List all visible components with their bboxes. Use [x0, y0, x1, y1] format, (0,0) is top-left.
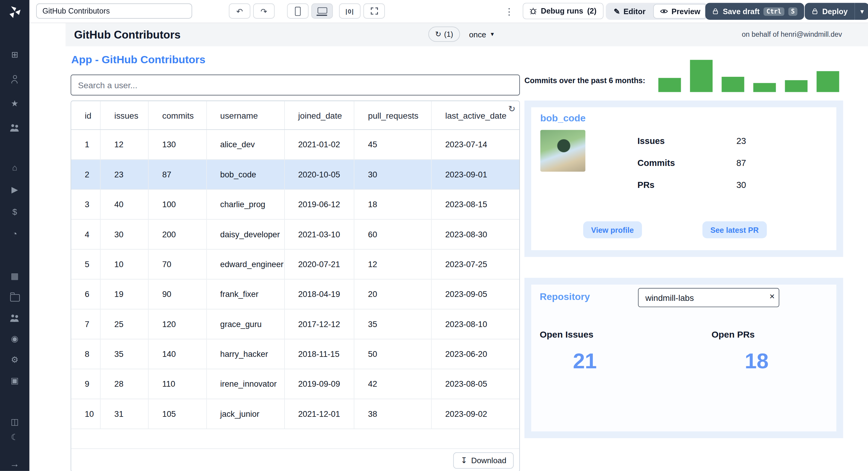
- pie-chart-icon[interactable]: ◔: [0, 223, 30, 244]
- table-row[interactable]: 725120grace_guru2017-12-12352023-08-10: [71, 309, 519, 339]
- table-refresh-button[interactable]: ↻: [508, 104, 516, 114]
- table-cell: 30: [354, 160, 431, 190]
- redo-button[interactable]: ↷: [253, 3, 275, 19]
- table-cell: irene_innovator: [207, 369, 284, 399]
- calculator-icon[interactable]: ⊞: [0, 42, 30, 67]
- team-icon[interactable]: [0, 307, 30, 328]
- table-cell: 7: [71, 309, 100, 339]
- repository-input[interactable]: [638, 288, 779, 307]
- robot-icon[interactable]: ▣: [0, 370, 30, 391]
- avatar: [540, 130, 586, 172]
- mobile-view-button[interactable]: [287, 3, 309, 19]
- folder-icon[interactable]: [0, 287, 30, 307]
- download-button[interactable]: ↧ Download: [453, 452, 514, 468]
- table-row[interactable]: 51070edward_engineer2020-07-21122023-07-…: [71, 249, 519, 279]
- table-row[interactable]: 835140harry_hacker2018-11-15502023-06-20: [71, 339, 519, 369]
- star-icon[interactable]: ★: [0, 91, 30, 115]
- table-row[interactable]: 22387bob_code2020-10-05302023-09-01: [71, 160, 519, 190]
- right-panel: Commits over the past 6 months: bob_code…: [524, 46, 843, 448]
- chart-bar: [721, 77, 744, 92]
- table-row[interactable]: 112130alice_dev2021-01-02452023-07-14: [71, 130, 519, 159]
- app-title-input[interactable]: [36, 3, 192, 19]
- user-icon[interactable]: [0, 67, 30, 91]
- table-cell: 130: [148, 130, 206, 159]
- stat-value: 23: [736, 136, 746, 146]
- user-icon: [10, 74, 19, 83]
- calendar-icon[interactable]: ▦: [0, 265, 30, 286]
- kbd-ctrl: Ctrl: [764, 7, 784, 15]
- gear-icon[interactable]: ⚙: [0, 349, 30, 370]
- deploy-button[interactable]: Deploy: [805, 3, 855, 20]
- schedule-value: once: [469, 30, 486, 38]
- user-card-username: bob_code: [540, 113, 586, 124]
- chart-title: Commits over the past 6 months:: [524, 76, 645, 85]
- collapse-sidebar-icon[interactable]: →: [0, 456, 30, 471]
- deploy-dropdown-button[interactable]: ▾: [855, 3, 868, 20]
- table-row[interactable]: 928110irene_innovator2019-09-09422023-08…: [71, 369, 519, 399]
- table-cell: 2023-06-20: [431, 339, 519, 369]
- table-cell: 2023-08-15: [431, 190, 519, 219]
- view-profile-button[interactable]: View profile: [583, 221, 642, 238]
- redo-icon: ↷: [261, 7, 267, 16]
- commits-bar-chart: [658, 59, 840, 92]
- users-icon[interactable]: [0, 115, 30, 140]
- app-refresh-button[interactable]: ↻ (1): [428, 27, 460, 42]
- windmill-logo-icon[interactable]: [0, 4, 30, 19]
- table-cell: 40: [100, 190, 148, 219]
- layout-buttons: |0|: [339, 3, 385, 19]
- table-cell: 12: [100, 130, 148, 159]
- table-row[interactable]: 430200daisy_developer2021-03-10602023-08…: [71, 219, 519, 249]
- table-cell: 200: [148, 219, 206, 249]
- grid-align-button[interactable]: |0|: [339, 3, 361, 19]
- dollar-icon[interactable]: $: [0, 201, 30, 223]
- tab-editor[interactable]: ✎ Editor: [607, 4, 652, 19]
- fullscreen-button[interactable]: [364, 3, 385, 19]
- app-body: App - GitHub Contributors ↻ idissuescomm…: [66, 46, 868, 471]
- table-cell: 2019-06-12: [284, 190, 354, 219]
- table-empty-row: [71, 429, 519, 449]
- desktop-view-button[interactable]: [311, 3, 333, 19]
- app-preview: GitHub Contributors ↻ (1) once ▾ on beha…: [66, 23, 868, 471]
- chevron-down-icon: ▾: [861, 7, 864, 15]
- table-cell: 2021-01-02: [284, 130, 354, 159]
- table-cell: daisy_developer: [207, 219, 284, 249]
- dark-mode-icon[interactable]: ☾: [0, 429, 30, 444]
- debug-runs-button[interactable]: Debug runs (2): [523, 3, 603, 19]
- see-latest-pr-button[interactable]: See latest PR: [703, 221, 767, 238]
- chart-bar: [690, 60, 712, 92]
- chart-bar: [658, 78, 681, 92]
- eye-icon[interactable]: ◉: [0, 328, 30, 349]
- table-cell: 50: [354, 339, 431, 369]
- table-cell: 18: [354, 190, 431, 219]
- column-header-commits: commits: [148, 101, 206, 130]
- table-cell: 110: [148, 369, 206, 399]
- team-icon: [10, 313, 20, 322]
- table-header-row: idissuescommitsusernamejoined_datepull_r…: [71, 101, 519, 130]
- undo-button[interactable]: ↶: [229, 3, 250, 19]
- debug-runs-count: (2): [587, 7, 596, 15]
- repository-input-wrap: ×: [638, 288, 779, 307]
- table-cell: 105: [148, 399, 206, 429]
- expand-icon: [370, 7, 378, 14]
- save-draft-button[interactable]: Save draft CtrlS: [705, 3, 804, 20]
- column-header-issues: issues: [100, 101, 148, 130]
- clear-repository-button[interactable]: ×: [770, 292, 775, 302]
- column-header-id: id: [71, 101, 100, 130]
- docs-icon[interactable]: ◫: [0, 414, 30, 429]
- column-header-last_active_date: last_active_date: [431, 101, 519, 130]
- search-input[interactable]: [70, 75, 520, 96]
- tab-preview[interactable]: Preview: [653, 4, 707, 19]
- play-icon[interactable]: ▶: [0, 178, 30, 201]
- table-cell: 35: [100, 339, 148, 369]
- table-row[interactable]: 1031105jack_junior2021-12-01382023-09-02: [71, 399, 519, 429]
- home-icon[interactable]: ⌂: [0, 156, 30, 178]
- table-cell: 25: [100, 309, 148, 339]
- refresh-count: (1): [444, 30, 453, 38]
- table-cell: 35: [354, 309, 431, 339]
- table-row[interactable]: 61990frank_fixer2018-04-19202023-09-05: [71, 279, 519, 309]
- table-row[interactable]: 340100charlie_prog2019-06-12182023-08-15: [71, 190, 519, 219]
- schedule-dropdown[interactable]: once ▾: [469, 27, 494, 42]
- stat-label: PRs: [638, 180, 736, 190]
- more-menu-button[interactable]: ⋮: [503, 3, 516, 19]
- table-cell: jack_junior: [207, 399, 284, 429]
